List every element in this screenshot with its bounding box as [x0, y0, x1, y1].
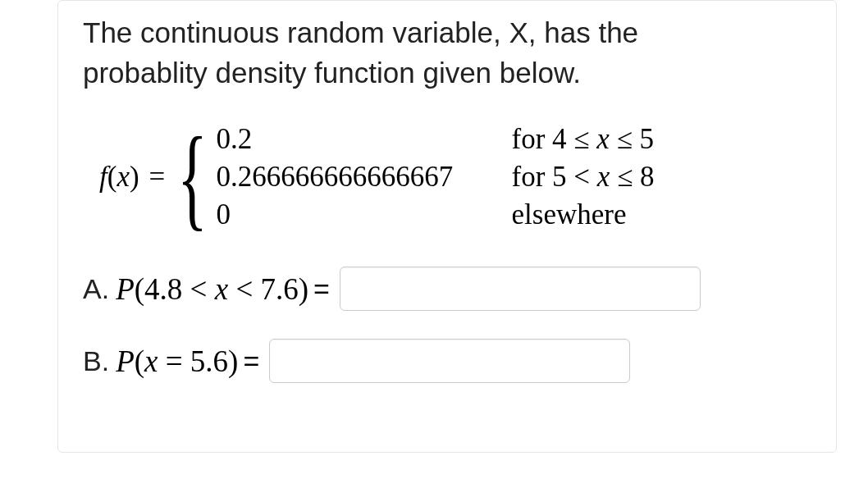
answer-input-a[interactable]	[340, 267, 701, 311]
case-condition-3: elsewhere	[512, 198, 742, 231]
question-a: A. P(4.8 < x < 7.6) =	[83, 267, 811, 311]
problem-container: The continuous random variable, X, has t…	[57, 0, 837, 453]
case-value-3: 0	[217, 198, 512, 231]
piecewise-cases: 0.2 for 4 ≤ x ≤ 5 0.266666666666667 for …	[217, 121, 742, 234]
question-a-expression: P(4.8 < x < 7.6)	[116, 271, 308, 307]
case-value-1: 0.2	[217, 123, 512, 156]
question-b-label: B.	[83, 345, 109, 377]
question-a-equals: =	[313, 273, 330, 305]
case-row-3: 0 elsewhere	[217, 196, 742, 234]
question-b-equals: =	[243, 345, 259, 377]
question-a-label: A.	[83, 273, 109, 305]
equals-sign: =	[144, 161, 177, 194]
piecewise-function: f(x) = { 0.2 for 4 ≤ x ≤ 5 0.26666666666…	[99, 121, 811, 234]
intro-line-2: probablity density function given below.	[83, 57, 581, 89]
problem-intro: The continuous random variable, X, has t…	[83, 12, 811, 93]
question-b-expression: P(x = 5.6)	[116, 344, 238, 379]
case-row-1: 0.2 for 4 ≤ x ≤ 5	[217, 121, 742, 158]
answer-input-b[interactable]	[269, 339, 630, 383]
question-b: B. P(x = 5.6) =	[83, 339, 811, 383]
left-brace-icon: {	[177, 125, 208, 229]
case-row-2: 0.266666666666667 for 5 < x ≤ 8	[217, 158, 742, 196]
case-condition-2: for 5 < x ≤ 8	[512, 161, 742, 194]
function-lhs: f(x)	[99, 161, 144, 194]
case-condition-1: for 4 ≤ x ≤ 5	[512, 123, 742, 156]
case-value-2: 0.266666666666667	[217, 161, 512, 194]
intro-line-1: The continuous random variable, X, has t…	[83, 16, 638, 48]
